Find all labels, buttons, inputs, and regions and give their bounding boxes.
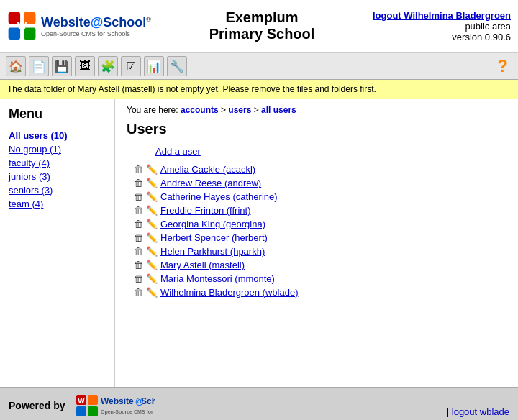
table-row: 🗑 ✏️ Mary Astell (mastell): [134, 258, 506, 272]
svg-rect-7: [76, 406, 86, 416]
delete-user-icon[interactable]: 🗑: [134, 178, 143, 188]
svg-text:Open-Source CMS for Schools: Open-Source CMS for Schools: [101, 409, 155, 415]
logo-school-text: School: [103, 15, 146, 29]
user-link[interactable]: Mary Astell (mastell): [160, 260, 245, 270]
breadcrumb-you-are-here: You are here:: [127, 105, 178, 115]
logo: W Website@School® Open-Source CMS for Sc…: [7, 4, 151, 47]
edit-user-icon[interactable]: ✏️: [146, 178, 158, 188]
svg-text:School: School: [141, 396, 155, 406]
toolbar-icons: 🏠 📄 💾 🖼 🧩 ☑ 📊 🔧: [6, 56, 187, 76]
footer: Powered by W Website @ School Open-Sourc…: [0, 387, 518, 420]
table-row: 🗑 ✏️ Catherine Hayes (catherine): [134, 190, 506, 204]
public-area-label: public area: [373, 21, 511, 32]
edit-user-icon[interactable]: ✏️: [146, 246, 158, 257]
table-row: 🗑 ✏️ Maria Montessori (mmonte): [134, 272, 506, 286]
edit-user-icon[interactable]: ✏️: [146, 287, 158, 298]
svg-text:W: W: [78, 397, 86, 405]
user-link[interactable]: Maria Montessori (mmonte): [160, 273, 275, 284]
svg-rect-6: [88, 395, 98, 405]
edit-user-icon[interactable]: ✏️: [146, 232, 158, 243]
footer-logout-link[interactable]: logout wblade: [452, 406, 509, 417]
sidebar-item-team[interactable]: team (4): [9, 197, 106, 211]
table-row: 🗑 ✏️ Amelia Cackle (acackl): [134, 163, 506, 176]
sidebar-item-seniors[interactable]: seniors (3): [9, 183, 106, 197]
delete-user-icon[interactable]: 🗑: [134, 164, 143, 175]
delete-user-icon[interactable]: 🗑: [134, 273, 143, 284]
logo-text: Website@School® Open-Source CMS for Scho…: [41, 15, 151, 37]
edit-user-icon[interactable]: ✏️: [146, 273, 158, 284]
delete-user-icon[interactable]: 🗑: [134, 260, 143, 270]
user-link[interactable]: Catherine Hayes (catherine): [160, 191, 278, 202]
table-row: 🗑 ✏️ Georgina King (georgina): [134, 217, 506, 231]
table-row: 🗑 ✏️ Wilhelmina Bladergroen (wblade): [134, 286, 506, 299]
footer-powered-by: Powered by W Website @ School Open-Sourc…: [9, 394, 155, 417]
edit-user-icon[interactable]: ✏️: [146, 205, 158, 216]
svg-text:Website: Website: [101, 396, 134, 406]
sidebar-item-juniors[interactable]: juniors (3): [9, 170, 106, 183]
edit-user-icon[interactable]: ✏️: [146, 191, 158, 202]
footer-pipe: |: [447, 406, 449, 417]
logo-at-sign: @: [91, 15, 104, 29]
delete-user-icon[interactable]: 🗑: [134, 191, 143, 202]
delete-user-icon[interactable]: 🗑: [134, 205, 143, 216]
checklist-icon[interactable]: ☑: [121, 56, 141, 76]
site-name-line2: Primary School: [151, 26, 373, 42]
header: W Website@School® Open-Source CMS for Sc…: [0, 0, 518, 53]
logo-icon: W: [7, 8, 37, 44]
page-title: Users: [127, 121, 506, 137]
svg-text:W: W: [17, 19, 27, 31]
breadcrumb-users[interactable]: users: [228, 105, 251, 115]
logo-website: Website: [41, 15, 91, 29]
user-link[interactable]: Andrew Reese (andrew): [160, 178, 261, 188]
version-label: version 0.90.6: [373, 32, 511, 42]
content-area: You are here: accounts > users > all use…: [115, 99, 518, 387]
sidebar-item-no-group[interactable]: No group (1): [9, 142, 106, 156]
table-row: 🗑 ✏️ Herbert Spencer (herbert): [134, 231, 506, 245]
page-icon[interactable]: 📄: [29, 56, 49, 76]
table-row: 🗑 ✏️ Helen Parkhurst (hparkh): [134, 245, 506, 258]
user-link[interactable]: Georgina King (georgina): [160, 219, 265, 229]
user-link[interactable]: Herbert Spencer (herbert): [160, 232, 268, 243]
user-list-area: Add a user 🗑 ✏️ Amelia Cackle (acackl) 🗑…: [127, 146, 506, 299]
footer-logo: W Website @ School Open-Source CMS for S…: [76, 394, 155, 417]
chart-icon[interactable]: 📊: [144, 56, 164, 76]
sidebar-item-all-users[interactable]: All users (10): [9, 129, 106, 142]
edit-user-icon[interactable]: ✏️: [146, 219, 158, 229]
delete-user-icon[interactable]: 🗑: [134, 219, 143, 229]
home-icon[interactable]: 🏠: [6, 56, 26, 76]
save-icon[interactable]: 💾: [52, 56, 72, 76]
edit-user-icon[interactable]: ✏️: [146, 260, 158, 270]
help-icon[interactable]: ?: [493, 56, 512, 76]
toolbar: 🏠 📄 💾 🖼 🧩 ☑ 📊 🔧 ?: [0, 53, 518, 80]
modules-icon[interactable]: 🧩: [98, 56, 118, 76]
breadcrumb-accounts[interactable]: accounts: [181, 105, 219, 115]
tools-icon[interactable]: 🔧: [167, 56, 187, 76]
user-link[interactable]: Freddie Frinton (ffrint): [160, 205, 250, 216]
table-row: 🗑 ✏️ Andrew Reese (andrew): [134, 176, 506, 190]
sidebar-item-faculty[interactable]: faculty (4): [9, 156, 106, 170]
add-user-button[interactable]: Add a user: [155, 146, 201, 157]
footer-logout-area: | logout wblade: [447, 406, 509, 417]
logout-area[interactable]: logout Wilhelmina Bladergroen public are…: [373, 10, 511, 42]
powered-by-text: Powered by: [9, 400, 65, 411]
logout-link[interactable]: logout Wilhelmina Bladergroen: [373, 10, 511, 21]
user-link[interactable]: Amelia Cackle (acackl): [160, 164, 255, 175]
main-layout: Menu All users (10) No group (1) faculty…: [0, 99, 518, 387]
edit-user-icon[interactable]: ✏️: [146, 164, 158, 175]
image-icon[interactable]: 🖼: [75, 56, 95, 76]
site-title: Exemplum Primary School: [151, 9, 373, 42]
logo-tagline: Open-Source CMS for Schools: [41, 30, 151, 37]
delete-user-icon[interactable]: 🗑: [134, 246, 143, 257]
site-name-line1: Exemplum: [151, 9, 373, 26]
delete-user-icon[interactable]: 🗑: [134, 287, 143, 298]
sidebar-heading: Menu: [9, 106, 106, 122]
user-link[interactable]: Helen Parkhurst (hparkh): [160, 246, 265, 257]
notice-bar: The data folder of Mary Astell (mastell)…: [0, 80, 518, 99]
delete-user-icon[interactable]: 🗑: [134, 232, 143, 243]
table-row: 🗑 ✏️ Freddie Frinton (ffrint): [134, 204, 506, 217]
user-link[interactable]: Wilhelmina Bladergroen (wblade): [160, 287, 298, 298]
sidebar: Menu All users (10) No group (1) faculty…: [0, 99, 115, 387]
svg-rect-8: [88, 406, 98, 416]
breadcrumb-all-users: all users: [261, 105, 296, 115]
breadcrumb: You are here: accounts > users > all use…: [127, 105, 506, 115]
